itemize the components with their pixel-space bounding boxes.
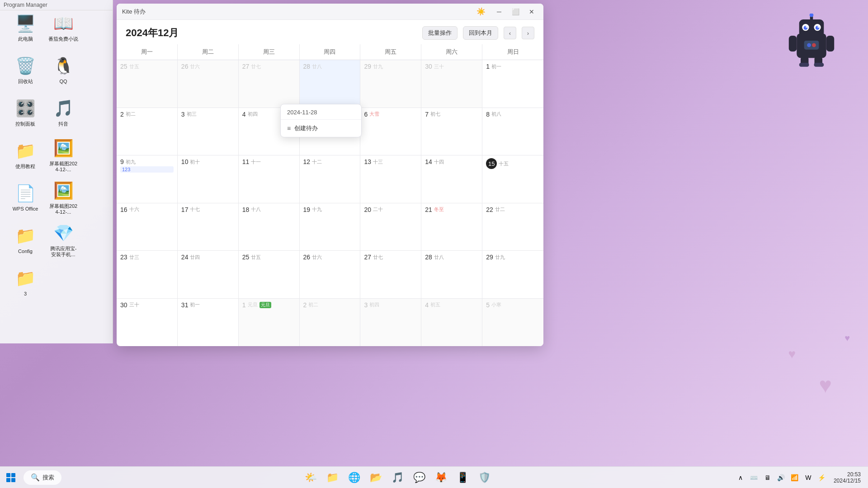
lunar-date: 初一 bbox=[190, 301, 200, 308]
tray-input-icon[interactable]: ⌨️ bbox=[748, 471, 760, 484]
calendar-day[interactable]: 24廿四 bbox=[178, 251, 239, 298]
calendar-day[interactable]: 3初三 bbox=[178, 108, 239, 155]
tencent-icon: 💎 bbox=[52, 222, 74, 244]
calendar-day[interactable]: 26廿六 bbox=[300, 251, 361, 298]
calendar-day[interactable]: 25廿五 bbox=[117, 60, 178, 108]
calendar-day[interactable]: 3初四 bbox=[360, 299, 421, 347]
desktop-icon-qq[interactable]: 🐧QQ bbox=[45, 50, 81, 90]
calendar-day[interactable]: 1元旦元旦 bbox=[239, 299, 300, 347]
lunar-date: 初二 bbox=[126, 111, 136, 117]
desktop-icon-computer[interactable]: 🖥️此电脑 bbox=[7, 7, 43, 48]
desktop-icon-novel[interactable]: 📖番茄免费小说 bbox=[45, 7, 81, 48]
taskbar-search[interactable]: 🔍 搜索 bbox=[24, 470, 61, 485]
desktop-icon-control[interactable]: 🎛️控制面板 bbox=[7, 92, 43, 133]
calendar-day[interactable]: 21冬至 bbox=[421, 203, 482, 251]
calendar-day[interactable]: 16十六 bbox=[117, 203, 178, 251]
day-number: 31 bbox=[181, 301, 189, 309]
close-button[interactable]: ✕ bbox=[525, 5, 538, 18]
taskbar-icon-douyin[interactable]: 🎵 bbox=[388, 468, 408, 488]
calendar-day[interactable]: 13十三 bbox=[360, 155, 421, 203]
taskbar-icon-app[interactable]: 🦊 bbox=[431, 468, 451, 488]
calendar-day[interactable]: 11十一 bbox=[239, 155, 300, 203]
create-todo-popup: 2024-11-28 ≡ 创建待办 bbox=[280, 104, 362, 137]
desktop-icon-config[interactable]: 📁Config bbox=[7, 220, 43, 260]
day-number: 7 bbox=[425, 111, 429, 118]
calendar-day[interactable]: 29廿九 bbox=[360, 60, 421, 108]
prev-month-button[interactable]: ‹ bbox=[504, 27, 516, 39]
minimize-button[interactable]: ─ bbox=[493, 5, 505, 18]
calendar-day[interactable]: 31初一 bbox=[178, 299, 239, 347]
tray-display-icon[interactable]: 🖥 bbox=[761, 471, 774, 484]
calendar-day[interactable]: 30三十 bbox=[117, 299, 178, 347]
day-number: 1 bbox=[242, 301, 246, 309]
maximize-button[interactable]: ⬜ bbox=[509, 5, 522, 18]
calendar-day[interactable]: 1初一 bbox=[482, 60, 543, 108]
calendar-day[interactable]: 15十五 bbox=[482, 155, 543, 203]
taskbar-clock[interactable]: 20:53 2024/12/15 bbox=[830, 471, 864, 484]
weekday-header-周三: 周三 bbox=[239, 44, 300, 60]
calendar-day[interactable]: 5小寒 bbox=[482, 299, 543, 347]
calendar-day[interactable]: 28廿八 bbox=[421, 251, 482, 298]
calendar-day[interactable]: 19十九 bbox=[300, 203, 361, 251]
tray-wps-icon[interactable]: W bbox=[802, 471, 815, 484]
create-todo-action[interactable]: ≡ 创建待办 bbox=[281, 120, 361, 137]
desktop-icon-screenshot1[interactable]: 🖼️屏幕截图2024-12-... bbox=[45, 135, 81, 175]
calendar-day[interactable]: 25廿五 bbox=[239, 251, 300, 298]
taskbar-icon-tiktok[interactable]: 📱 bbox=[453, 468, 473, 488]
taskbar-icon-files[interactable]: 📁 bbox=[323, 468, 343, 488]
theme-toggle-button[interactable]: ☀️ bbox=[475, 5, 487, 18]
calendar-day[interactable]: 23廿三 bbox=[117, 251, 178, 298]
day-number: 11 bbox=[242, 158, 250, 165]
desktop-icon-folder3[interactable]: 📁3 bbox=[7, 262, 43, 303]
calendar-day[interactable]: 29廿九 bbox=[482, 251, 543, 298]
desktop-icon-recycle[interactable]: 🗑️回收站 bbox=[7, 50, 43, 90]
calendar-day[interactable]: 6大雪 bbox=[360, 108, 421, 155]
day-number: 2 bbox=[303, 301, 307, 309]
next-month-button[interactable]: › bbox=[522, 27, 534, 39]
desktop-icon-tutorial[interactable]: 📁使用教程 bbox=[7, 135, 43, 175]
popup-date: 2024-11-28 bbox=[281, 104, 361, 120]
calendar-day[interactable]: 7初七 bbox=[421, 108, 482, 155]
desktop-icon-label: WPS Office bbox=[13, 206, 38, 212]
calendar-day[interactable]: 4初五 bbox=[421, 299, 482, 347]
calendar-day[interactable]: 17十七 bbox=[178, 203, 239, 251]
calendar-day[interactable]: 12十二 bbox=[300, 155, 361, 203]
taskbar-icon-edge[interactable]: 🌐 bbox=[344, 468, 364, 488]
calendar-day[interactable]: 27廿七 bbox=[239, 60, 300, 108]
calendar-day[interactable]: 14十四 bbox=[421, 155, 482, 203]
return-current-month-button[interactable]: 回到本月 bbox=[463, 26, 498, 40]
weekday-header-周五: 周五 bbox=[360, 44, 421, 60]
calendar-day[interactable]: 22廿二 bbox=[482, 203, 543, 251]
desktop-icon-screenshot2[interactable]: 🖼️屏幕截图2024-12-... bbox=[45, 177, 81, 218]
calendar-week-3: 16十六17十七18十八19十九20二十21冬至22廿二 bbox=[117, 203, 543, 251]
calendar-day[interactable]: 18十八 bbox=[239, 203, 300, 251]
desktop-icon-tencent[interactable]: 💎腾讯应用宝-安装手机... bbox=[45, 220, 81, 260]
calendar-day[interactable]: 2初二 bbox=[117, 108, 178, 155]
calendar-day[interactable]: 8初八 bbox=[482, 108, 543, 155]
taskbar-icon-security[interactable]: 🛡️ bbox=[475, 468, 495, 488]
tray-battery-icon[interactable]: ⚡ bbox=[816, 471, 828, 484]
calendar-day[interactable]: 9初九123 bbox=[117, 155, 178, 203]
desktop-icon-label: 腾讯应用宝-安装手机... bbox=[48, 246, 79, 258]
taskbar-icon-wechat[interactable]: 💬 bbox=[410, 468, 429, 488]
desktop-icon-label: QQ bbox=[59, 79, 67, 84]
desktop-icons-container: 🖥️此电脑📖番茄免费小说🗑️回收站🐧QQ🎛️控制面板🎵抖音📁使用教程🖼️屏幕截图… bbox=[0, 0, 113, 343]
taskbar-icon-weather[interactable]: 🌤️ bbox=[301, 468, 321, 488]
desktop-icon-wps[interactable]: 📄WPS Office bbox=[7, 177, 43, 218]
day-event[interactable]: 123 bbox=[120, 166, 174, 173]
calendar-day[interactable]: 27廿七 bbox=[360, 251, 421, 298]
start-button[interactable] bbox=[0, 467, 22, 488]
calendar-day[interactable]: 26廿六 bbox=[178, 60, 239, 108]
calendar-day[interactable]: 10初十 bbox=[178, 155, 239, 203]
tray-network-icon[interactable]: 📶 bbox=[788, 471, 801, 484]
tray-expand-button[interactable]: ∧ bbox=[734, 471, 747, 484]
calendar-day[interactable]: 30三十 bbox=[421, 60, 482, 108]
tray-volume-icon[interactable]: 🔊 bbox=[775, 471, 788, 484]
taskbar-icon-explorer[interactable]: 📂 bbox=[366, 468, 386, 488]
day-number: 24 bbox=[181, 253, 189, 261]
calendar-day[interactable]: 2初二 bbox=[300, 299, 361, 347]
calendar-day[interactable]: 28廿八 bbox=[300, 60, 361, 108]
calendar-day[interactable]: 20二十 bbox=[360, 203, 421, 251]
batch-operation-button[interactable]: 批量操作 bbox=[422, 26, 458, 40]
desktop-icon-douyin[interactable]: 🎵抖音 bbox=[45, 92, 81, 133]
